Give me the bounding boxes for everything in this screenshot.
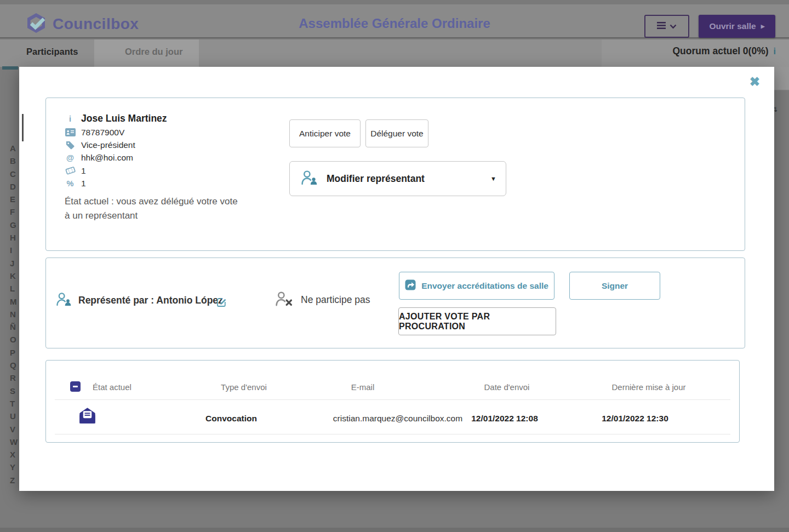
background-panel-divider [774, 90, 789, 91]
state-line-1: État actuel : vous avez délégué votre vo… [65, 195, 238, 209]
alphabet-index: ABCDEFGHIJKLMNÑOPQRSTUVWXYZ [10, 142, 18, 487]
cell-send-type: Convocation [176, 414, 286, 424]
alphabet-letter[interactable]: O [10, 333, 18, 346]
ticket-icon [64, 166, 77, 175]
state-line-2: à un représentant [65, 209, 238, 223]
alphabet-letter[interactable]: V [10, 423, 18, 436]
column-header-last-update: Dernière mise à jour [594, 382, 704, 392]
id-card-icon [64, 128, 77, 136]
alphabet-letter[interactable]: U [10, 410, 18, 422]
alphabet-letter[interactable]: Q [10, 359, 18, 371]
envelope-open-icon [79, 408, 96, 426]
modify-representative-label: Modifier représentant [327, 173, 425, 185]
hamburger-icon [657, 21, 666, 31]
chevron-down-icon [670, 21, 677, 31]
alphabet-letter[interactable]: E [10, 193, 18, 205]
alphabet-letter[interactable]: Y [10, 461, 18, 473]
alphabet-letter[interactable]: I [10, 244, 18, 256]
participant-info-section: i Jose Luis Martinez 78787900V Vice-prés… [45, 98, 745, 251]
alphabet-letter[interactable]: T [10, 397, 18, 410]
edit-representative-button[interactable] [216, 297, 227, 310]
table-divider [55, 434, 730, 434]
participant-id-number: 78787900V [81, 128, 124, 138]
alphabet-letter[interactable]: X [10, 448, 18, 461]
participant-votes: 1 [81, 166, 86, 176]
send-credentials-button[interactable]: Envoyer accréditations de salle [399, 272, 554, 300]
participant-participation: 1 [81, 179, 86, 188]
column-header-send-type: Type d'envoi [189, 382, 299, 392]
participant-participation-row: % 1 [64, 178, 167, 190]
alphabet-letter[interactable]: G [10, 219, 18, 231]
active-tab-indicator [2, 66, 18, 70]
alphabet-letter[interactable]: A [10, 142, 18, 155]
select-all-checkbox[interactable] [70, 381, 81, 392]
alphabet-letter[interactable]: C [10, 168, 18, 180]
participant-name: Jose Luis Martinez [81, 113, 167, 124]
send-credentials-label: Envoyer accréditations de salle [421, 281, 548, 291]
alphabet-letter[interactable]: P [10, 346, 18, 359]
alphabet-letter[interactable]: R [10, 371, 18, 384]
tab-participants[interactable]: Participants [26, 47, 78, 57]
percent-icon: % [64, 179, 77, 188]
at-sign-icon: @ [64, 153, 77, 162]
open-room-label: Ouvrir salle [709, 21, 756, 31]
participant-position-row: Vice-président [64, 139, 167, 151]
participant-info-list: i Jose Luis Martinez 78787900V Vice-prés… [64, 111, 167, 190]
sign-button[interactable]: Signer [569, 272, 660, 300]
delegate-vote-button[interactable]: Déléguer vote [365, 119, 428, 147]
tag-icon [64, 141, 77, 150]
alphabet-letter[interactable]: B [10, 155, 18, 167]
user-x-icon [275, 291, 293, 309]
alphabet-letter[interactable]: N [10, 308, 18, 321]
scrollbar-thumb[interactable] [22, 114, 24, 141]
not-participating-group[interactable]: Ne participe pas [275, 291, 370, 309]
alphabet-letter[interactable]: Z [10, 474, 18, 487]
represented-by-label: Représenté par : Antonio López [78, 295, 223, 306]
alphabet-letter[interactable]: J [10, 257, 18, 270]
represented-by-group: Représenté par : Antonio López [56, 292, 223, 308]
alphabet-letter[interactable]: K [10, 270, 18, 282]
info-icon[interactable]: i [774, 47, 776, 56]
quorum-label: Quorum actuel 0(0%) [673, 45, 769, 57]
alphabet-letter[interactable]: F [10, 205, 18, 218]
table-divider [55, 399, 730, 400]
sends-table-section: État actuel Type d'envoi E-mail Date d'e… [45, 360, 740, 443]
modify-representative-dropdown[interactable]: Modifier représentant ▼ [289, 161, 506, 196]
alphabet-letter[interactable]: Ñ [10, 321, 18, 333]
info-icon: i [64, 115, 77, 123]
participant-position: Vice-président [81, 140, 135, 150]
add-proxy-vote-button[interactable]: AJOUTER VOTE PAR PROCURATION [398, 307, 556, 335]
alphabet-letter[interactable]: M [10, 295, 18, 308]
play-arrow-icon: ▶ [761, 24, 765, 29]
caret-down-icon: ▼ [490, 175, 496, 182]
close-icon[interactable]: ✖ [750, 76, 760, 88]
participant-detail-modal: ✖ i Jose Luis Martinez 78787900V [19, 67, 774, 491]
send-share-icon [405, 279, 416, 293]
background-panel-edge [774, 67, 789, 90]
not-participating-label: Ne participe pas [301, 294, 370, 306]
tabs-bar: Participants Ordre du jour Quorum actuel… [0, 39, 789, 67]
alphabet-letter[interactable]: S [10, 385, 18, 397]
quorum-indicator: Quorum actuel 0(0%) i [673, 45, 776, 57]
participant-email-row: @ hhk@hoi.com [64, 152, 167, 164]
participant-email: hhk@hoi.com [81, 153, 133, 163]
alphabet-letter[interactable]: L [10, 282, 18, 295]
anticipate-vote-button[interactable]: Anticiper vote [289, 119, 361, 147]
alphabet-letter[interactable]: D [10, 180, 18, 193]
header-menu-button[interactable] [644, 15, 689, 38]
app-header: Councilbox Assemblée Générale Ordinaire … [0, 0, 789, 38]
participant-id-row: 78787900V [64, 126, 167, 139]
top-strip [0, 0, 789, 4]
sign-label: Signer [602, 281, 628, 291]
column-header-send-date: Date d'envoi [452, 382, 562, 392]
cell-last-update: 12/01/2022 12:30 [580, 414, 690, 424]
current-state-text: État actuel : vous avez délégué votre vo… [65, 195, 238, 223]
column-header-email: E-mail [308, 382, 418, 392]
open-room-button[interactable]: Ouvrir salle ▶ [699, 15, 775, 38]
alphabet-letter[interactable]: W [10, 436, 18, 448]
tab-agenda[interactable]: Ordre du jour [125, 47, 182, 57]
delegation-section: Représenté par : Antonio López Ne partic… [45, 258, 745, 348]
bottom-strip [0, 528, 789, 532]
alphabet-letter[interactable]: H [10, 231, 18, 244]
app-screen: Councilbox Assemblée Générale Ordinaire … [0, 0, 789, 532]
